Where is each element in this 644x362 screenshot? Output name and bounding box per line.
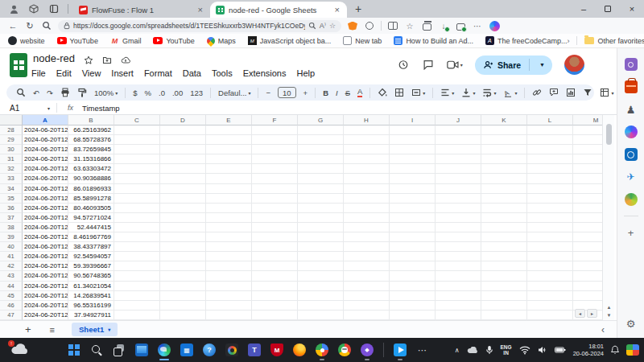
cell-D46[interactable]	[160, 301, 206, 311]
cell-F34[interactable]	[252, 184, 298, 194]
cell-M40[interactable]	[573, 242, 602, 252]
cell-K43[interactable]	[481, 271, 527, 281]
menu-edit[interactable]: Edit	[56, 68, 72, 78]
font-select[interactable]: Defaul...▾	[218, 88, 250, 97]
cell-L34[interactable]	[527, 184, 573, 194]
cell-L44[interactable]	[527, 282, 573, 291]
cell-H40[interactable]	[344, 242, 390, 252]
cell-G37[interactable]	[298, 213, 344, 223]
cell-L28[interactable]	[527, 125, 573, 135]
cell-G34[interactable]	[298, 184, 344, 194]
cell-D43[interactable]	[160, 271, 206, 281]
cell-D31[interactable]	[160, 154, 206, 164]
cell-H41[interactable]	[344, 252, 390, 261]
split-screen-icon[interactable]	[387, 20, 398, 31]
minimize-button[interactable]: –	[572, 0, 596, 18]
cell-J35[interactable]	[436, 194, 481, 204]
decrease-font-size-button[interactable]: −	[266, 88, 270, 97]
bookmark-item[interactable]: JavaScript object ba...	[248, 36, 332, 45]
cell-A45[interactable]: 2024-06-20T12:2	[23, 291, 68, 301]
row-header-45[interactable]: 45	[0, 291, 23, 301]
column-header-B[interactable]: B	[68, 115, 114, 125]
cell-I36[interactable]	[390, 204, 436, 213]
cell-C36[interactable]	[114, 204, 160, 213]
star-icon[interactable]	[84, 54, 93, 68]
cell-M31[interactable]	[573, 154, 602, 164]
cell-G45[interactable]	[298, 291, 344, 301]
cell-I46[interactable]	[390, 301, 436, 311]
cell-G42[interactable]	[298, 261, 344, 271]
cell-K37[interactable]	[481, 213, 527, 223]
cell-F47[interactable]	[252, 311, 298, 320]
cell-E39[interactable]	[206, 232, 252, 242]
cell-G33[interactable]	[298, 174, 344, 183]
teams-taskbar-button[interactable]	[248, 343, 261, 356]
cell-L33[interactable]	[527, 174, 573, 183]
cell-G44[interactable]	[298, 282, 344, 291]
meet-taskbar-button[interactable]	[225, 343, 238, 356]
scroll-left-button[interactable]: ◂	[575, 309, 585, 318]
menu-tools[interactable]: Tools	[212, 68, 233, 78]
cell-L42[interactable]	[527, 261, 573, 271]
comments-icon[interactable]	[422, 60, 435, 71]
row-header-41[interactable]: 41	[0, 252, 23, 261]
cell-L30[interactable]	[527, 145, 573, 154]
copilot-icon[interactable]	[489, 20, 500, 31]
cell-H44[interactable]	[344, 282, 390, 291]
cell-F38[interactable]	[252, 223, 298, 232]
cell-A36[interactable]: 2024-06-20T12:2	[23, 204, 68, 213]
cell-A44[interactable]: 2024-06-20T12:2	[23, 282, 68, 291]
cell-A30[interactable]: 2024-06-20T12:2	[23, 145, 68, 154]
cell-B37[interactable]: 94.57271024	[68, 213, 114, 223]
cell-H33[interactable]	[344, 174, 390, 183]
column-header-L[interactable]: L	[527, 115, 573, 125]
cell-F29[interactable]	[252, 135, 298, 145]
cell-E38[interactable]	[206, 223, 252, 232]
cell-C29[interactable]	[114, 135, 160, 145]
decrease-decimals-button[interactable]: .0	[159, 88, 165, 97]
cell-H42[interactable]	[344, 261, 390, 271]
cell-I35[interactable]	[390, 194, 436, 204]
cell-A34[interactable]: 2024-06-20T12:2	[23, 184, 68, 194]
cell-J30[interactable]	[436, 145, 481, 154]
font-size-input[interactable]: 10	[278, 87, 296, 98]
paint-format-button[interactable]	[77, 88, 87, 97]
cell-M30[interactable]	[573, 145, 602, 154]
cell-F46[interactable]	[252, 301, 298, 311]
cell-M39[interactable]	[573, 232, 602, 242]
chevron-right-icon[interactable]: ›	[567, 37, 569, 45]
menu-file[interactable]: File	[31, 68, 46, 78]
menu-view[interactable]: View	[82, 68, 101, 78]
menu-help[interactable]: Help	[296, 68, 315, 78]
cell-A47[interactable]: 2024-06-20T12:2	[23, 311, 68, 320]
cell-B47[interactable]: 37.94927911	[68, 311, 114, 320]
text-rotation-button[interactable]: A▾	[503, 88, 517, 97]
row-header-31[interactable]: 31	[0, 154, 23, 164]
row-header-39[interactable]: 39	[0, 232, 23, 242]
cell-J42[interactable]	[436, 261, 481, 271]
format-currency-button[interactable]: $	[133, 88, 137, 97]
cell-H37[interactable]	[344, 213, 390, 223]
outlook-icon[interactable]	[625, 148, 638, 161]
more-options-icon[interactable]: ⋯	[472, 20, 483, 31]
more-formats-button[interactable]: 123	[190, 88, 203, 97]
cell-D40[interactable]	[160, 242, 206, 252]
bold-button[interactable]: B	[323, 88, 328, 97]
volume-icon[interactable]	[538, 346, 547, 354]
cell-M42[interactable]	[573, 261, 602, 271]
cell-B34[interactable]: 86.01896933	[68, 184, 114, 194]
cell-C46[interactable]	[114, 301, 160, 311]
cell-C30[interactable]	[114, 145, 160, 154]
workspaces-icon[interactable]	[27, 2, 40, 15]
cell-D30[interactable]	[160, 145, 206, 154]
cell-H29[interactable]	[344, 135, 390, 145]
menu-insert[interactable]: Insert	[111, 68, 134, 78]
cell-L36[interactable]	[527, 204, 573, 213]
cell-M29[interactable]	[573, 135, 602, 145]
cell-F28[interactable]	[252, 125, 298, 135]
cell-H34[interactable]	[344, 184, 390, 194]
collapse-sidebar-icon[interactable]: ‹	[601, 324, 605, 335]
print-button[interactable]	[60, 88, 70, 97]
cell-B28[interactable]: 66.25163962	[68, 125, 114, 135]
cell-A40[interactable]: 2024-06-20T12:2	[23, 242, 68, 252]
